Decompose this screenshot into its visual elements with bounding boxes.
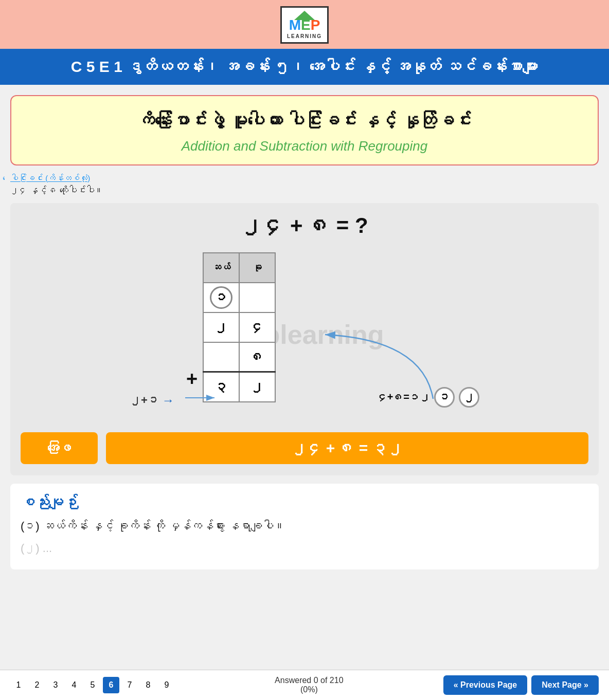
- answer-buttons: အဖြေ ၂၄ + ၈ = ၃၂: [21, 432, 588, 464]
- nav-buttons: « Previous Page Next Page »: [443, 675, 599, 695]
- exercise-title: စည်းမျဉ်း: [21, 494, 588, 511]
- page-2[interactable]: 2: [29, 677, 45, 693]
- diagram-wrapper: meplearning + ဆယ် ခု: [21, 247, 588, 422]
- exercise-card: စည်းမျဉ်း (၁) ဆယ်ကိန်း နှင့် ခုကိန်း ကို…: [10, 484, 599, 569]
- next-page-button[interactable]: Next Page »: [531, 675, 599, 695]
- result-tens: ၃: [203, 372, 239, 402]
- annotation-left: ၂+၁ →: [130, 393, 174, 408]
- annotation-left-text: ၂+၁: [130, 394, 159, 407]
- burmese-title: ကိန်းပြောင်းဖွဲ့ မူပါသော ပေါင်းခြင်း နှင…: [22, 108, 587, 133]
- top-header: M E P LEARNING: [0, 0, 609, 49]
- plus-sign: +: [186, 368, 198, 390]
- circle-right-2: ၂: [459, 387, 479, 408]
- previous-page-button[interactable]: « Previous Page: [443, 675, 528, 695]
- ones-first: ၄: [239, 312, 275, 342]
- circle-right-1: ၁: [434, 387, 455, 408]
- add-table-area: + ဆယ် ခု ၁: [186, 252, 276, 402]
- result-ones: ၂: [239, 372, 275, 402]
- header-tens: ဆယ်: [203, 253, 239, 283]
- annotation-right-text: ၄+၈=၁၂: [377, 391, 430, 403]
- row-first-number: ၂ ၄: [203, 312, 275, 342]
- english-subtitle: Addition and Subtraction with Regrouping: [22, 138, 587, 154]
- page-1[interactable]: 1: [10, 677, 27, 693]
- page-4[interactable]: 4: [66, 677, 82, 693]
- answered-info: Answered 0 of 210 (0%): [275, 676, 343, 694]
- logo-letters: M E P: [289, 18, 320, 32]
- row-carry: ၁: [203, 283, 275, 312]
- logo-m: M: [289, 18, 301, 32]
- answered-percent: (0%): [275, 685, 343, 694]
- result-row: ၃ ၂: [203, 372, 275, 402]
- exercise-line-1: (၁) ဆယ်ကိန်း နှင့် ခုကိန်း ကို မှန်ကန်စွ…: [21, 517, 588, 535]
- row-second-number: ၈: [203, 342, 275, 372]
- answered-text: Answered 0 of 210: [275, 676, 343, 685]
- page-6[interactable]: 6: [103, 677, 119, 693]
- content-card: ၂၄ + ၈ = ? meplearning + ဆယ် ခု: [10, 203, 599, 475]
- carry-ones: [239, 283, 275, 312]
- page-9[interactable]: 9: [158, 677, 175, 693]
- show-answer-button[interactable]: အဖြေ: [21, 432, 98, 464]
- arrow-right-icon: →: [162, 393, 174, 408]
- lesson-title-box: ကိန်းပြောင်းဖွဲ့ မူပါသော ပေါင်းခြင်း နှင…: [10, 95, 599, 165]
- ones-second: ၈: [239, 342, 275, 372]
- page-numbers: 1 2 3 4 5 6 7 8 9: [10, 677, 175, 693]
- header-ones: ခု: [239, 253, 275, 283]
- bottom-fade: [10, 569, 599, 600]
- logo: M E P LEARNING: [280, 6, 329, 44]
- answer-display-button[interactable]: ၂၄ + ၈ = ၃၂: [106, 432, 588, 464]
- page-3[interactable]: 3: [47, 677, 64, 693]
- logo-learning: LEARNING: [287, 33, 322, 39]
- tens-second: [203, 342, 239, 372]
- title-bar: C 5 E 1 ဒွတိယတန်း၊ အခန်း ၅၊ အပေါင်း နှင့…: [0, 49, 609, 85]
- page-8[interactable]: 8: [140, 677, 156, 693]
- addition-table: ဆယ် ခု ၁: [203, 252, 276, 402]
- logo-e: E: [301, 18, 311, 32]
- tens-first: ၂: [203, 312, 239, 342]
- section-link[interactable]: ပေါင်းခြင်း (ကိန်းတစ်လုံး): [10, 174, 599, 182]
- page-7[interactable]: 7: [121, 677, 138, 693]
- watermark: meplearning: [124, 319, 485, 350]
- page-5[interactable]: 5: [84, 677, 101, 693]
- annotation-right: ၄+၈=၁၂ ၁ ၂: [377, 387, 479, 408]
- section-desc: ၂၄ နှင့် ၈ ကိုပေါင်းပါ။: [10, 186, 599, 196]
- exercise-line-2: (၂) ...: [21, 539, 588, 557]
- main-content: ကိန်းပြောင်းဖွဲ့ မူပါသော ပေါင်းခြင်း နှင…: [0, 85, 609, 600]
- bottom-bar: 1 2 3 4 5 6 7 8 9 Answered 0 of 210 (0%)…: [0, 670, 609, 700]
- math-equation: ၂၄ + ၈ = ?: [21, 213, 588, 238]
- carry-cell: ၁: [203, 283, 239, 312]
- page-title: C 5 E 1 ဒွတိယတန်း၊ အခန်း ၅၊ အပေါင်း နှင့…: [71, 58, 538, 75]
- logo-p: P: [311, 18, 320, 32]
